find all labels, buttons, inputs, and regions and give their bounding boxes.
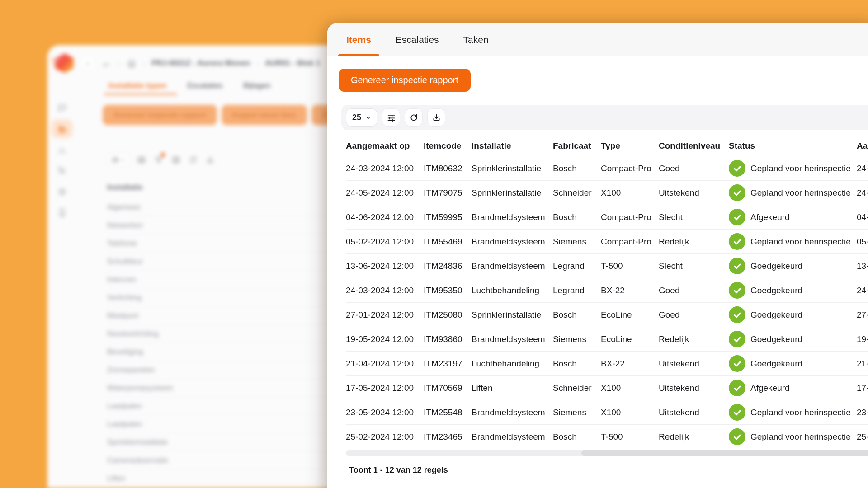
tab-installatie-typen[interactable]: Installatie typen [108,81,166,95]
table-cell: ITM23197 [424,359,472,369]
list-item[interactable]: Waterpompsysteem [107,379,342,397]
status-check-icon [729,160,745,177]
column-header[interactable]: Itemcode [424,141,472,151]
table-cell: ITM59995 [424,212,472,222]
column-header[interactable]: Installatie [472,141,553,151]
table-cell: Brandmeldsysteem [472,334,553,344]
table-cell: ITM23465 [424,432,472,442]
table-cell: Luchtbehandeling [472,286,553,296]
table-cell: 13-06-2024 12:00 [346,261,424,271]
table-cell: 27-01-2024 12:00 [346,310,424,320]
items-panel: Items Escalaties Taken Genereer inspecti… [327,23,868,488]
table-row[interactable]: 23-05-2024 12:00ITM25548Brandmeldsysteem… [346,400,868,425]
filter-sliders-icon[interactable] [382,108,400,127]
column-header[interactable]: Fabricaat [553,141,601,151]
tab-bijlagen[interactable]: Bijlagen [243,81,271,95]
list-item[interactable]: Netwerken [107,216,342,234]
list-item[interactable]: Laadpalen [107,415,342,433]
table-row[interactable]: 04-06-2024 12:00ITM59995Brandmeldsysteem… [346,205,868,230]
table-cell: 25-02-2024 12:00 [346,432,424,442]
table-cell: Compact-Pro [601,164,659,174]
tab-taken[interactable]: Taken [455,23,497,56]
table-row[interactable]: 13-06-2024 12:00ITM24836Brandmeldsysteem… [346,254,868,278]
page-size-select[interactable]: 25 [346,108,377,127]
column-header[interactable]: Status [729,141,857,151]
table-cell: Slecht [659,212,729,222]
table-row[interactable]: 05-02-2024 12:00ITM55469Brandmeldsysteem… [346,230,868,254]
tab-escalaties[interactable]: Escalaties [187,81,222,95]
table-cell: 04- [857,212,868,222]
sidebar-collapse-button[interactable]: › [80,56,95,71]
list-item[interactable]: Meetpunt [107,306,342,324]
status-check-icon [729,258,745,274]
chevron-down-icon [365,115,371,121]
table-cell: Bosch [553,310,601,320]
list-item[interactable]: Intercom [107,270,342,288]
chat-icon[interactable] [52,99,72,117]
table-cell: 24- [857,188,868,198]
koppel-nieuw-item-button[interactable]: Koppel nieuw item [222,105,307,125]
horizontal-scrollbar[interactable] [346,450,868,456]
table-row[interactable]: 24-05-2024 12:00ITM79075Sprinklerinstall… [346,181,868,205]
status-label: Goedgekeurd [750,334,802,344]
list-item[interactable]: Cameraobservatie [107,451,342,469]
table-cell: ITM93860 [424,334,472,344]
status-check-icon [729,380,745,396]
table-cell: ITM95350 [424,286,472,296]
refresh-icon[interactable] [405,108,423,127]
list-item[interactable]: Zonnepanelen [107,361,342,379]
table-row[interactable]: 27-01-2024 12:00ITM25080Sprinklerinstall… [346,303,868,327]
table-cell: Siemens [553,334,601,344]
table-cell: 27- [857,310,868,320]
table-row[interactable]: 17-05-2024 12:00ITM70569LiftenSchneiderX… [346,376,868,400]
table-row[interactable]: 25-02-2024 12:00ITM23465Brandmeldsysteem… [346,425,868,449]
breadcrumb-block[interactable]: AUR01 - Blok 1 [265,59,320,68]
gear-icon[interactable] [52,183,72,201]
column-header[interactable]: Aangemaakt op [346,141,424,151]
breadcrumb-project[interactable]: PRJ-0021Z - Aurora Wonen [151,59,250,68]
chart-icon[interactable] [52,141,72,159]
list-item[interactable]: Noodverlichting [107,324,342,343]
page-size-select[interactable]: 25 [107,153,130,167]
column-header[interactable]: Aa [857,141,868,151]
table-cell: Goed [659,286,729,296]
list-item[interactable]: Verlichting [107,288,342,306]
column-header[interactable]: Type [601,141,659,151]
back-arrow-icon[interactable]: ← [102,57,112,69]
filter-icon[interactable] [153,154,165,166]
home-icon[interactable] [127,58,137,68]
status-check-icon [729,428,745,445]
refresh-icon[interactable] [187,154,199,166]
list-item[interactable]: Laadpalen [107,397,342,415]
table-cell: Sprinklerinstallatie [472,310,553,320]
rows-icon[interactable] [136,154,147,166]
column-header[interactable]: Conditieniveau [659,141,729,151]
table-row[interactable]: 21-04-2024 12:00ITM23197Luchtbehandeling… [346,352,868,376]
download-icon[interactable] [427,108,445,127]
tab-escalaties[interactable]: Escalaties [387,23,447,56]
table-cell: Uitstekend [659,188,729,198]
table-cell: Brandmeldsysteem [472,432,553,442]
columns-icon[interactable] [170,154,182,166]
table-row[interactable]: 24-03-2024 12:00ITM95350Luchtbehandeling… [346,278,868,303]
status-cell: Afgekeurd [729,380,857,396]
table-row[interactable]: 24-03-2024 12:00ITM80632Sprinklerinstall… [346,156,868,181]
genereer-inspectie-rapport-button[interactable]: Genereer inspectie rapport [103,105,217,125]
buildings-icon[interactable] [51,119,73,138]
tools-icon[interactable] [52,162,72,180]
list-item[interactable]: Algemeen [107,198,342,216]
table-row[interactable]: 19-05-2024 12:00ITM93860Brandmeldsysteem… [346,327,868,352]
tab-items[interactable]: Items [338,23,379,56]
list-item[interactable]: Sprinklerinstallatie [107,433,342,451]
status-check-icon [729,184,745,201]
download-icon[interactable] [204,154,216,166]
list-item[interactable]: Schuifdeur [107,252,342,270]
status-label: Afgekeurd [750,212,790,222]
scrollbar-thumb[interactable] [581,450,868,456]
list-item[interactable]: Liften [107,469,342,487]
list-item[interactable]: Telefonie [107,234,342,252]
phone-icon[interactable] [52,203,72,221]
genereer-inspectie-rapport-button[interactable]: Genereer inspectie rapport [339,69,471,92]
table-cell: Redelijk [659,432,729,442]
list-item[interactable]: Beveiliging [107,343,342,361]
